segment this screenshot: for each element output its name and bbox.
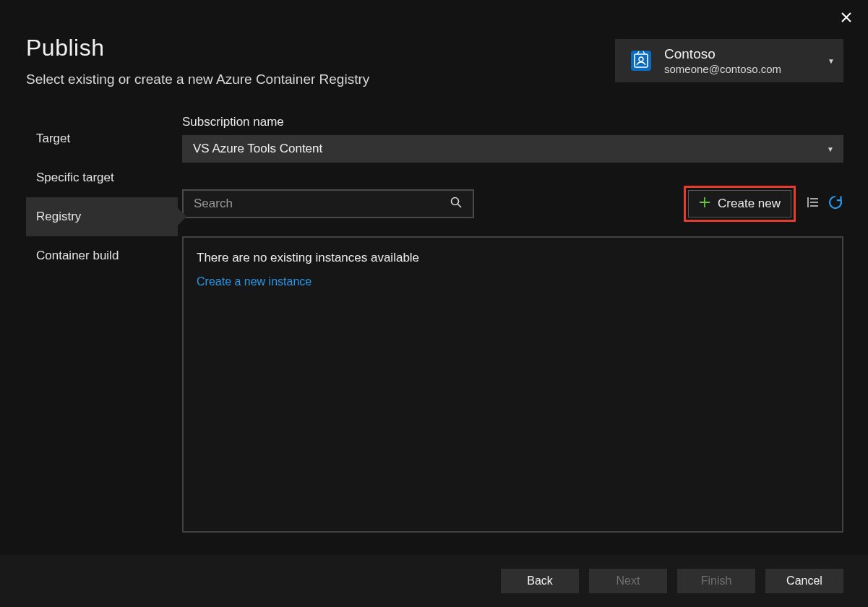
nav-item-container-build[interactable]: Container build: [26, 236, 178, 275]
account-name: Contoso: [664, 46, 828, 63]
account-selector[interactable]: Contoso someone@contoso.com ▼: [615, 39, 843, 82]
publish-dialog: Publish Select existing or create a new …: [0, 0, 868, 607]
main-panel: Subscription name VS Azure Tools Content…: [182, 115, 843, 555]
create-instance-link[interactable]: Create a new instance: [197, 275, 311, 288]
chevron-down-icon: ▼: [828, 57, 835, 65]
dialog-body: Target Specific target Registry Containe…: [0, 115, 868, 555]
search-icon: [450, 196, 463, 212]
back-button[interactable]: Back: [501, 569, 579, 593]
next-button: Next: [589, 569, 667, 593]
list-view-icon[interactable]: [806, 195, 820, 212]
empty-message: There are no existing instances availabl…: [197, 251, 829, 265]
create-new-button[interactable]: Create new: [688, 190, 791, 218]
cancel-button[interactable]: Cancel: [765, 569, 843, 593]
nav-item-label: Registry: [36, 210, 81, 224]
subscription-select[interactable]: VS Azure Tools Content ▼: [182, 135, 843, 163]
nav-item-label: Specific target: [36, 171, 114, 185]
close-icon[interactable]: [841, 10, 852, 27]
create-new-label: Create new: [718, 197, 781, 211]
finish-button: Finish: [677, 569, 755, 593]
nav-item-specific-target[interactable]: Specific target: [26, 158, 178, 197]
svg-point-3: [452, 198, 459, 205]
nav-item-registry[interactable]: Registry: [26, 197, 178, 236]
create-new-highlight: Create new: [684, 186, 796, 222]
nav-steps: Target Specific target Registry Containe…: [26, 115, 178, 555]
plus-icon: [699, 197, 710, 211]
instances-list: There are no existing instances availabl…: [182, 236, 843, 533]
nav-item-label: Container build: [36, 249, 119, 263]
search-box[interactable]: [182, 189, 474, 218]
account-email: someone@contoso.com: [664, 63, 828, 77]
refresh-icon[interactable]: [828, 194, 843, 213]
account-text: Contoso someone@contoso.com: [664, 46, 828, 77]
dialog-footer: Back Next Finish Cancel: [0, 555, 868, 607]
svg-line-4: [458, 205, 462, 208]
registry-toolbar: Create new: [182, 186, 843, 222]
nav-item-label: Target: [36, 132, 70, 146]
account-badge-icon: [628, 48, 654, 74]
nav-item-target[interactable]: Target: [26, 119, 178, 158]
subscription-value: VS Azure Tools Content: [193, 142, 322, 156]
chevron-down-icon: ▼: [827, 145, 834, 153]
subscription-label: Subscription name: [182, 115, 843, 129]
search-input[interactable]: [194, 197, 444, 211]
